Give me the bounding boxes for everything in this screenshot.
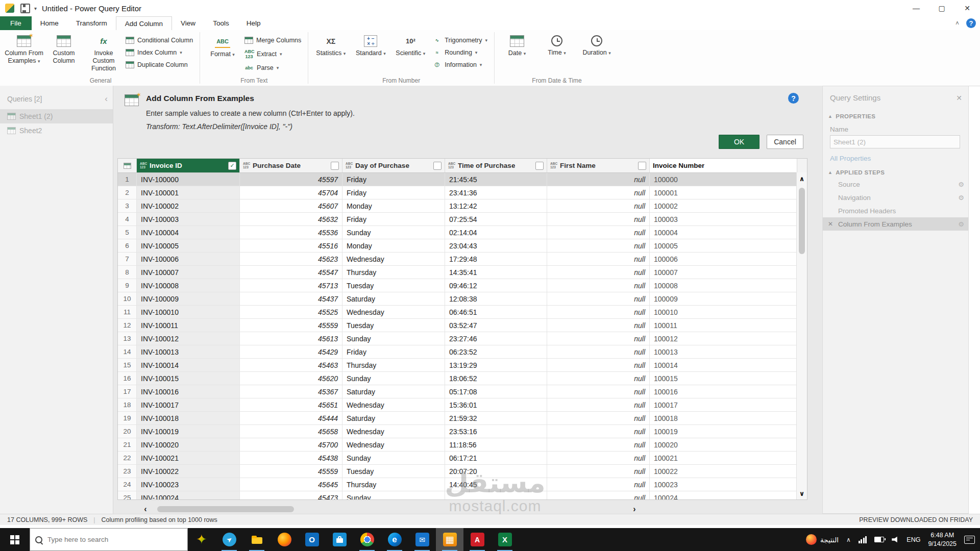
cell-invoice-number[interactable]: 100010 [650, 306, 797, 319]
cell-day-of-purchase[interactable]: Wednesday [342, 306, 445, 319]
cell-purchase-date[interactable]: 45559 [240, 319, 342, 332]
language-indicator[interactable]: ENG [906, 536, 920, 543]
applied-step-column-from-examples[interactable]: ✕ Column From Examples ⚙ [823, 217, 968, 231]
cell-first-name[interactable]: null [547, 412, 650, 425]
cell-invoice-number[interactable]: 100006 [650, 253, 797, 266]
cell-first-name[interactable]: null [547, 465, 650, 478]
cell-invoice-number[interactable]: 100001 [650, 186, 797, 199]
cell-purchase-date[interactable]: 45623 [240, 253, 342, 266]
cell-time-of-purchase[interactable]: 06:17:21 [445, 452, 547, 465]
cell-day-of-purchase[interactable]: Saturday [342, 385, 445, 398]
taskbar-app-excel[interactable] [491, 528, 519, 551]
cell-time-of-purchase[interactable]: 21:59:32 [445, 412, 547, 425]
cell-invoice-number[interactable]: 100023 [650, 478, 797, 491]
taskbar-app-store[interactable] [326, 528, 353, 551]
cell-day-of-purchase[interactable]: Friday [342, 173, 445, 186]
cell-invoice-id[interactable]: INV-100008 [137, 279, 240, 292]
index-column-button[interactable]: Index Column ▾ [124, 48, 197, 57]
duplicate-column-button[interactable]: Duplicate Column [124, 60, 197, 69]
cell-invoice-number[interactable]: 100014 [650, 359, 797, 372]
query-name-input[interactable] [830, 135, 960, 148]
cell-invoice-number[interactable]: 100000 [650, 173, 797, 186]
cell-purchase-date[interactable]: 45704 [240, 186, 342, 199]
tab-tools[interactable]: Tools [204, 16, 238, 30]
cell-day-of-purchase[interactable]: Tuesday [342, 319, 445, 332]
column-type-icon[interactable]: ABC123 [140, 162, 147, 169]
taskbar-app-firefox[interactable] [271, 528, 298, 551]
cell-time-of-purchase[interactable]: 02:14:04 [445, 226, 547, 239]
cell-purchase-date[interactable]: 45559 [240, 465, 342, 478]
cell-first-name[interactable]: null [547, 425, 650, 438]
table-row[interactable]: 3 INV-100002 45607 Monday 13:12:42 null … [118, 199, 807, 213]
cell-invoice-id[interactable]: INV-100019 [137, 425, 240, 438]
cell-first-name[interactable]: null [547, 239, 650, 253]
cell-invoice-id[interactable]: INV-100016 [137, 385, 240, 398]
vertical-scrollbar-thumb[interactable] [799, 188, 805, 254]
cell-first-name[interactable]: null [547, 306, 650, 319]
cell-purchase-date[interactable]: 45437 [240, 292, 342, 306]
cell-day-of-purchase[interactable]: Wednesday [342, 438, 445, 452]
cell-invoice-id[interactable]: INV-100006 [137, 253, 240, 266]
cell-first-name[interactable]: null [547, 332, 650, 345]
taskbar-app-powerquery[interactable] [436, 528, 463, 551]
taskbar-clock[interactable]: 6:48 AM 9/14/2025 [928, 531, 957, 548]
cell-invoice-number[interactable]: 100018 [650, 412, 797, 425]
tab-home[interactable]: Home [32, 16, 67, 30]
cell-invoice-id[interactable]: INV-100005 [137, 239, 240, 253]
column-header-invoice-id[interactable]: ABC123 Invoice ID [137, 159, 240, 172]
cell-time-of-purchase[interactable]: 06:23:52 [445, 345, 547, 359]
hidden-icons-chevron[interactable]: ∧ [846, 536, 851, 543]
vertical-scrollbar[interactable]: ∧ ∨ [796, 172, 807, 499]
cell-invoice-id[interactable]: INV-100017 [137, 398, 240, 412]
tab-add-column[interactable]: Add Column [116, 16, 172, 31]
cell-invoice-id[interactable]: INV-100011 [137, 319, 240, 332]
query-item-sheet1[interactable]: Sheet1 (2) [0, 109, 113, 123]
cell-invoice-id[interactable]: INV-100010 [137, 306, 240, 319]
cell-time-of-purchase[interactable] [445, 491, 547, 500]
cell-time-of-purchase[interactable]: 23:27:46 [445, 332, 547, 345]
column-header-purchase-date[interactable]: ABC123 Purchase Date [240, 159, 342, 172]
properties-section-header[interactable]: ▲ PROPERTIES [823, 106, 968, 121]
speaker-icon[interactable] [892, 536, 899, 543]
cell-time-of-purchase[interactable]: 07:25:54 [445, 213, 547, 226]
cell-day-of-purchase[interactable]: Sunday [342, 226, 445, 239]
cell-time-of-purchase[interactable]: 13:12:42 [445, 199, 547, 213]
column-header-invoice-number[interactable]: Invoice Number [650, 159, 797, 172]
cell-purchase-date[interactable]: 45620 [240, 372, 342, 385]
cell-invoice-id[interactable]: INV-100012 [137, 332, 240, 345]
cell-purchase-date[interactable]: 45597 [240, 173, 342, 186]
cell-day-of-purchase[interactable]: Friday [342, 213, 445, 226]
cell-time-of-purchase[interactable]: 11:18:56 [445, 438, 547, 452]
network-icon[interactable] [859, 536, 867, 543]
cell-day-of-purchase[interactable]: Sunday [342, 491, 445, 500]
table-row[interactable]: 5 INV-100004 45536 Sunday 02:14:04 null … [118, 226, 807, 239]
cell-day-of-purchase[interactable]: Saturday [342, 292, 445, 306]
cell-invoice-number[interactable]: 100017 [650, 398, 797, 412]
tab-view[interactable]: View [172, 16, 204, 30]
cell-first-name[interactable]: null [547, 372, 650, 385]
cell-invoice-id[interactable]: INV-100002 [137, 199, 240, 213]
horizontal-scrollbar-track[interactable] [150, 506, 630, 512]
cell-invoice-id[interactable]: INV-100021 [137, 452, 240, 465]
cell-time-of-purchase[interactable]: 23:41:36 [445, 186, 547, 199]
cell-invoice-number[interactable]: 100019 [650, 425, 797, 438]
cell-invoice-id[interactable]: INV-100007 [137, 266, 240, 279]
taskbar-search[interactable] [30, 528, 188, 551]
table-row[interactable]: 19 INV-100018 45444 Saturday 21:59:32 nu… [118, 412, 807, 425]
cell-first-name[interactable]: null [547, 398, 650, 412]
cell-invoice-id[interactable]: INV-100004 [137, 226, 240, 239]
taskbar-app-edge[interactable] [381, 528, 408, 551]
cell-time-of-purchase[interactable]: 20:07:20 [445, 465, 547, 478]
cell-first-name[interactable]: null [547, 253, 650, 266]
cell-purchase-date[interactable]: 45516 [240, 239, 342, 253]
cell-day-of-purchase[interactable]: Wednesday [342, 253, 445, 266]
cell-time-of-purchase[interactable]: 21:45:45 [445, 173, 547, 186]
extract-button[interactable]: ABC123 Extract ▾ [242, 48, 305, 60]
minimize-button[interactable]: — [903, 0, 929, 16]
all-properties-link[interactable]: All Properties [823, 148, 968, 162]
cell-invoice-number[interactable]: 100003 [650, 213, 797, 226]
cell-first-name[interactable]: null [547, 385, 650, 398]
cell-purchase-date[interactable]: 45651 [240, 398, 342, 412]
cell-first-name[interactable]: null [547, 319, 650, 332]
cell-invoice-number[interactable]: 100021 [650, 452, 797, 465]
